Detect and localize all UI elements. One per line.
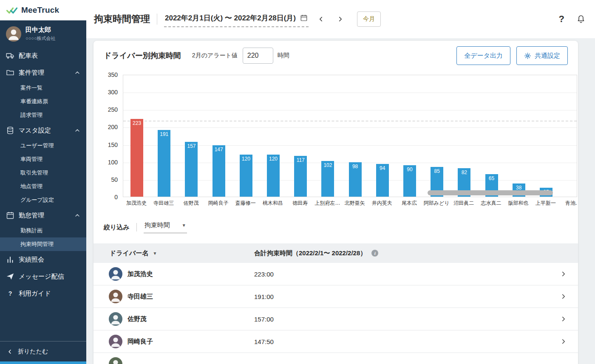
sidebar-item-order-list[interactable]: 案件一覧	[0, 81, 86, 95]
chevron-right-icon[interactable]	[560, 271, 567, 277]
sidebar-item-dispatch-schedule[interactable]: 配車表	[0, 47, 86, 64]
chart-bar[interactable]: 102	[321, 161, 334, 197]
sidebar-item-order-management[interactable]: 案件管理	[0, 64, 86, 81]
table-row-partial[interactable]	[94, 353, 578, 364]
chart-bar-slot: 94	[369, 75, 396, 197]
sidebar-item-work-plan[interactable]: 勤務計画	[0, 224, 86, 237]
chart-bar[interactable]: 94	[376, 164, 389, 197]
table-row[interactable]: 寺田雄三191:00	[94, 285, 578, 308]
prev-period-button[interactable]	[314, 12, 328, 26]
total-hours-value: 223:00	[254, 271, 560, 278]
sort-descending-icon: ▼	[153, 251, 157, 256]
folder-icon	[6, 68, 14, 77]
y-axis-tick-label: 200	[108, 124, 118, 130]
table-row[interactable]: 佐野茂157:00	[94, 308, 578, 330]
app-name: MeeTruck	[21, 6, 59, 15]
bar-chart-icon	[6, 255, 14, 264]
sidebar-item-user-management[interactable]: ユーザー管理	[0, 139, 86, 152]
main-area: 拘束時間管理 2022年2月1日(火) 〜 2022年2月28日(月) 今月 ?…	[86, 0, 595, 364]
sidebar-item-master-settings[interactable]: マスタ設定	[0, 122, 86, 139]
sidebar-item-user-guide[interactable]: ?利用ガイド	[0, 285, 86, 302]
notifications-bell-icon[interactable]	[576, 14, 586, 24]
chart-bar-slot: 102	[314, 75, 341, 197]
info-icon[interactable]: i	[371, 250, 378, 257]
chart-bar[interactable]: 191	[158, 130, 170, 197]
sidebar-item-attendance-management[interactable]: 勤怠管理	[0, 207, 86, 224]
sidebar-item-client-management[interactable]: 取引先管理	[0, 166, 86, 180]
driver-avatar	[109, 357, 122, 364]
chart-bar[interactable]: 90	[403, 165, 416, 197]
chart-bar[interactable]: 120	[267, 155, 280, 197]
filter-dropdown[interactable]: 拘束時間 ▼	[144, 221, 187, 233]
chevron-right-icon[interactable]	[560, 316, 567, 322]
header-actions: ?	[559, 14, 586, 25]
driver-avatar	[109, 312, 122, 326]
bar-value-label: 94	[374, 165, 391, 171]
alert-threshold-input[interactable]	[243, 48, 273, 64]
chart-bar-slot: 120	[260, 75, 287, 197]
chart-bar[interactable]: 120	[240, 155, 252, 197]
user-profile[interactable]: 田中太郎 ○○○○株式会社	[0, 20, 86, 47]
chart-bar-slot: 82	[450, 75, 478, 197]
alert-threshold-label: 2月のアラート値	[192, 52, 238, 59]
calendar-icon	[300, 14, 308, 22]
filter-selected-value: 拘束時間	[144, 221, 170, 229]
chart-horizontal-scrollbar[interactable]	[428, 190, 553, 195]
chevron-right-icon[interactable]	[560, 338, 567, 345]
filter-row: 絞り込み 拘束時間 ▼	[94, 207, 578, 233]
common-settings-button[interactable]: 共通設定	[516, 46, 568, 65]
chart-y-axis: 050100150200250300350	[104, 75, 123, 207]
question-icon: ?	[6, 289, 14, 298]
sidebar-item-message-delivery[interactable]: メッセージ配信	[0, 268, 86, 285]
total-hours-header-label: 合計拘束時間（2022/2/1〜 2022/2/28）	[254, 249, 366, 257]
chart-bar-slot: 90	[396, 75, 423, 197]
page-header: 拘束時間管理 2022年2月1日(火) 〜 2022年2月28日(月) 今月 ?	[86, 0, 595, 38]
chart-bar-slot: 223	[123, 75, 150, 197]
y-axis-tick-label: 300	[108, 89, 118, 96]
date-range-picker[interactable]: 2022年2月1日(火) 〜 2022年2月28日(月)	[164, 11, 309, 27]
total-hours-value: 191:00	[254, 293, 560, 300]
chart-bar-slot: 98	[342, 75, 369, 197]
table-row[interactable]: 加茂浩史223:00	[94, 263, 578, 285]
table-row[interactable]: 岡崎良子147:50	[94, 330, 578, 353]
total-hours-value: 157:00	[254, 316, 560, 323]
sidebar-item-group-settings[interactable]: グループ設定	[0, 193, 86, 207]
chart-bar[interactable]: 223	[130, 119, 143, 197]
bar-value-label: 120	[265, 156, 281, 162]
collapse-sidebar-button[interactable]: 折りたたむ	[0, 341, 86, 361]
total-hours-value: 147:50	[254, 338, 560, 345]
x-axis-label: 斎藤修一	[232, 200, 259, 207]
sidebar-item-vehicle-management[interactable]: 車両管理	[0, 152, 86, 166]
chart-bar[interactable]: 157	[185, 142, 198, 197]
table-body: 加茂浩史223:00寺田雄三191:00佐野茂157:00岡崎良子147:50	[94, 263, 578, 364]
x-axis-label: 上平新一	[532, 200, 559, 207]
page-title: 拘束時間管理	[94, 13, 150, 25]
export-all-data-button[interactable]: 全データ出力	[456, 46, 510, 65]
sidebar-item-vehicle-number-sheet[interactable]: 車番連絡票	[0, 95, 86, 108]
sidebar-item-billing-management[interactable]: 請求管理	[0, 108, 86, 122]
y-axis-tick-label: 0	[114, 194, 118, 200]
chart-bar-slot: 157	[178, 75, 205, 197]
driver-name-cell: 加茂浩史	[109, 267, 254, 281]
sidebar-bottom-accent	[0, 361, 86, 364]
help-icon[interactable]: ?	[559, 14, 564, 25]
chart-bar-slot: 38	[505, 75, 533, 197]
sidebar-item-performance-inquiry[interactable]: 実績照会	[0, 251, 86, 268]
driver-hours-bar-chart: 050100150200250300350 223191157147120120…	[104, 75, 577, 207]
chart-bar[interactable]: 117	[294, 156, 307, 197]
next-period-button[interactable]	[333, 12, 348, 26]
sidebar-item-label: 案件管理	[19, 69, 70, 77]
chart-plot-column: 2231911571471201201171029894908582653825…	[123, 75, 577, 207]
chevron-right-icon[interactable]	[560, 293, 567, 300]
sidebar-item-location-management[interactable]: 地点管理	[0, 180, 86, 193]
chart-bar-slot: 117	[287, 75, 314, 197]
this-month-button[interactable]: 今月	[357, 11, 381, 27]
x-axis-label: 志水真二	[477, 200, 504, 207]
chart-bar-slot: 191	[150, 75, 178, 197]
sidebar-item-working-hours-management[interactable]: 拘束時間管理	[0, 237, 86, 251]
table-header-row: ドライバー名 ▼ 合計拘束時間（2022/2/1〜 2022/2/28） i	[94, 243, 578, 263]
chart-bar[interactable]: 147	[212, 145, 225, 197]
column-header-driver-name[interactable]: ドライバー名 ▼	[110, 249, 254, 257]
chart-bar[interactable]: 98	[349, 162, 362, 197]
app-logo[interactable]: MeeTruck	[0, 0, 86, 20]
